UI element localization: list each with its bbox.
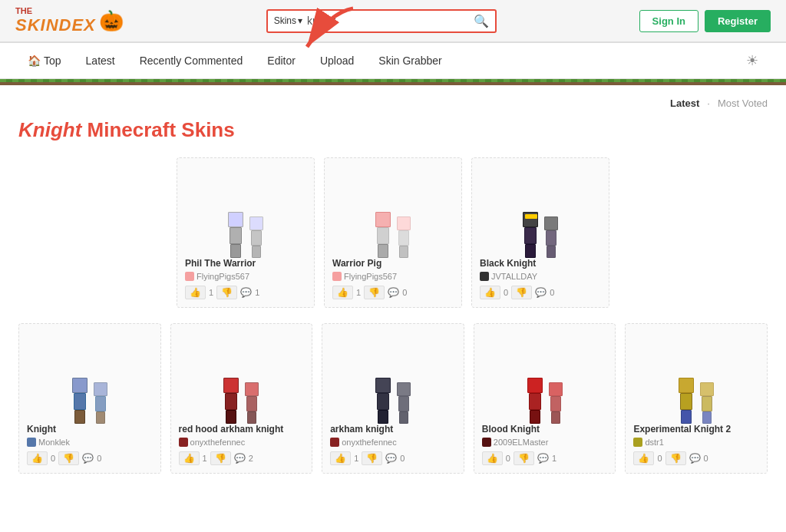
thumbs-up-button-5[interactable]: 👍 <box>179 451 200 465</box>
vote-count-up-4: 0 <box>51 454 55 463</box>
thumbs-down-button-8[interactable]: 👎 <box>665 451 686 465</box>
main-content: Latest · Most Voted Knight Minecraft Ski… <box>0 85 786 486</box>
skin-author-8: dstr1 <box>633 438 759 447</box>
skin-image-6 <box>330 332 456 424</box>
thumbs-down-button-2[interactable]: 👎 <box>364 286 385 299</box>
logo[interactable]: THE SKINDEX 🎃 <box>15 6 124 35</box>
header: THE SKINDEX 🎃 Skins ▾ 🔍 Sign In Register <box>0 0 786 43</box>
thumbs-down-button-4[interactable]: 👎 <box>58 451 79 465</box>
vote-count-up-3: 0 <box>504 288 508 297</box>
skin-card-7[interactable]: Blood Knight 2009ELMaster 👍 0 👎 💬 1 <box>474 323 616 474</box>
sort-latest[interactable]: Latest <box>670 97 699 109</box>
comment-icon-8: 💬 <box>689 453 701 464</box>
skin-image-8 <box>633 332 759 424</box>
vote-count-up-1: 1 <box>209 288 213 297</box>
comment-icon-4: 💬 <box>82 453 94 464</box>
author-avatar-7 <box>482 438 491 447</box>
skin-image-2 <box>332 166 454 258</box>
skin-card-5[interactable]: red hood arkham knight onyxthefennec 👍 1… <box>170 323 313 474</box>
nav-bar: 🏠 Top Latest Recently Commented Editor U… <box>0 43 786 79</box>
comment-count-5: 2 <box>249 454 253 463</box>
nav-recently-commented[interactable]: Recently Commented <box>127 45 256 76</box>
skin-author-2: FlyingPigs567 <box>332 272 454 281</box>
nav-latest[interactable]: Latest <box>74 45 127 76</box>
skin-name-2: Warrior Pig <box>332 258 454 269</box>
skin-card-1[interactable]: Phil The Warrior FlyingPigs567 👍 1 👎 💬 1 <box>177 157 315 308</box>
thumbs-up-button-2[interactable]: 👍 <box>332 286 353 299</box>
nav-top[interactable]: 🏠 Top <box>15 45 74 76</box>
search-icon: 🔍 <box>474 15 489 28</box>
skin-author-3: JVTALLDAY <box>480 272 601 281</box>
skin-row-2: Knight Monklek 👍 0 👎 💬 0 <box>18 323 768 474</box>
thumbs-up-button-7[interactable]: 👍 <box>482 451 503 465</box>
page-title: Knight Minecraft Skins <box>18 118 768 142</box>
skin-card-2[interactable]: Warrior Pig FlyingPigs567 👍 1 👎 💬 0 <box>324 157 462 308</box>
skin-card-8[interactable]: Experimental Knight 2 dstr1 👍 0 👎 💬 0 <box>625 323 768 474</box>
skin-actions-8: 👍 0 👎 💬 0 <box>633 451 759 465</box>
comment-count-6: 0 <box>400 454 405 463</box>
home-icon: 🏠 <box>28 55 41 67</box>
skin-name-4: Knight <box>27 424 153 435</box>
skin-author-4: Monklek <box>27 438 153 447</box>
search-button[interactable]: 🔍 <box>474 14 489 28</box>
comment-count-1: 1 <box>255 288 259 297</box>
skin-author-1: FlyingPigs567 <box>185 272 306 281</box>
skin-name-8: Experimental Knight 2 <box>633 424 759 435</box>
skin-name-3: Black Knight <box>480 258 601 269</box>
skin-actions-4: 👍 0 👎 💬 0 <box>27 451 153 465</box>
skin-actions-3: 👍 0 👎 💬 0 <box>480 286 601 299</box>
skin-actions-6: 👍 1 👎 💬 0 <box>330 451 456 465</box>
vote-count-up-7: 0 <box>506 454 510 463</box>
thumbs-up-button-3[interactable]: 👍 <box>480 286 500 299</box>
sort-most-voted[interactable]: Most Voted <box>718 97 768 109</box>
author-avatar-6 <box>330 438 339 447</box>
sign-in-button[interactable]: Sign In <box>639 10 698 32</box>
comment-icon-2: 💬 <box>388 287 399 298</box>
settings-icon[interactable]: ☀ <box>734 43 771 78</box>
sort-separator: · <box>707 97 710 109</box>
grass-banner <box>0 79 786 85</box>
comment-icon-1: 💬 <box>240 287 252 298</box>
comment-icon-6: 💬 <box>385 453 397 464</box>
skin-image-4 <box>27 332 153 424</box>
skin-actions-5: 👍 1 👎 💬 2 <box>179 451 305 465</box>
thumbs-down-button-3[interactable]: 👎 <box>511 286 532 299</box>
nav-skin-grabber[interactable]: Skin Grabber <box>366 45 454 76</box>
comment-count-4: 0 <box>97 454 101 463</box>
skin-image-3 <box>480 166 601 258</box>
logo-skindex: SKINDEX <box>15 15 96 35</box>
logo-pumpkin-icon: 🎃 <box>99 9 124 33</box>
thumbs-down-button-6[interactable]: 👎 <box>362 451 382 465</box>
thumbs-up-button-6[interactable]: 👍 <box>330 451 351 465</box>
skin-actions-7: 👍 0 👎 💬 1 <box>482 451 608 465</box>
skin-name-7: Blood Knight <box>482 424 608 435</box>
arrow-indicator <box>284 1 361 62</box>
page-title-keyword: Knight <box>18 118 81 141</box>
logo-the: THE <box>15 6 96 15</box>
comment-icon-5: 💬 <box>234 453 246 464</box>
author-avatar-5 <box>179 438 188 447</box>
author-avatar-1 <box>185 272 194 281</box>
skin-author-5: onyxthefennec <box>179 438 305 447</box>
skin-card-3[interactable]: Black Knight JVTALLDAY 👍 0 👎 💬 0 <box>471 157 609 308</box>
thumbs-down-button-7[interactable]: 👎 <box>514 451 534 465</box>
thumbs-down-button-5[interactable]: 👎 <box>210 451 231 465</box>
skin-image-7 <box>482 332 608 424</box>
skin-name-1: Phil The Warrior <box>185 258 306 269</box>
skin-author-6: onyxthefennec <box>330 438 456 447</box>
skin-image-1 <box>185 166 306 258</box>
vote-count-up-2: 1 <box>356 288 361 297</box>
author-avatar-3 <box>480 272 489 281</box>
skin-name-5: red hood arkham knight <box>179 424 305 435</box>
thumbs-down-button-1[interactable]: 👎 <box>216 286 237 299</box>
thumbs-up-button-8[interactable]: 👍 <box>633 451 654 465</box>
skin-card-6[interactable]: arkham knight onyxthefennec 👍 1 👎 💬 0 <box>322 323 464 474</box>
skin-image-5 <box>179 332 305 424</box>
comment-count-2: 0 <box>402 288 407 297</box>
thumbs-up-button-4[interactable]: 👍 <box>27 451 48 465</box>
thumbs-up-button-1[interactable]: 👍 <box>185 286 206 299</box>
author-avatar-4 <box>27 438 36 447</box>
page-title-suffix: Minecraft Skins <box>88 118 235 141</box>
register-button[interactable]: Register <box>705 10 771 32</box>
skin-card-4[interactable]: Knight Monklek 👍 0 👎 💬 0 <box>18 323 161 474</box>
